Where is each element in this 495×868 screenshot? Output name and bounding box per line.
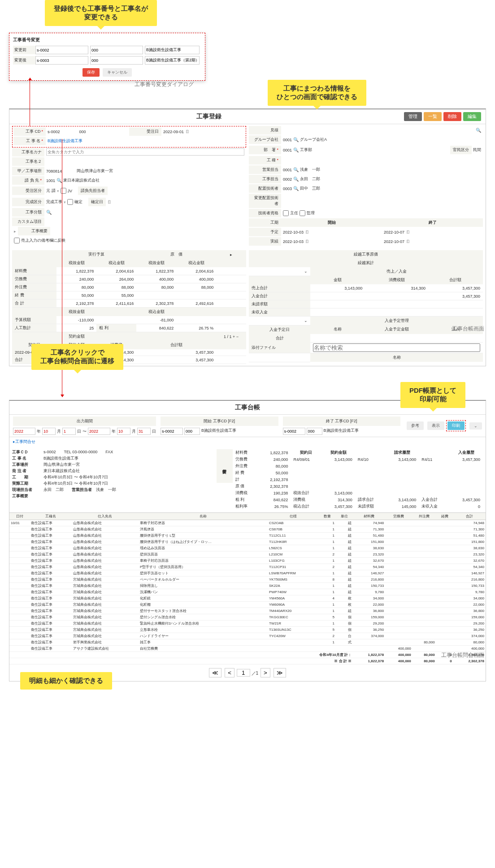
before-sub-input[interactable] xyxy=(90,46,143,54)
print-button[interactable]: 印刷 xyxy=(447,421,465,430)
startcd-input[interactable] xyxy=(161,428,183,435)
dialog-cancel-button[interactable]: キャンセル xyxy=(103,68,132,77)
after-name-input[interactable] xyxy=(145,56,200,65)
more-button[interactable]: ⌄ xyxy=(469,422,482,430)
place-value: 岡山県津山市東一宮 xyxy=(77,168,113,174)
cd-value: s-0002 xyxy=(48,130,60,134)
search-icon[interactable]: 🔍 xyxy=(293,167,299,172)
table-row: 10/31衛生設備工事山形商会株式会社車椅子対応便器CS2OAB1組74,948… xyxy=(9,520,486,526)
expand-icon[interactable]: ⌄ xyxy=(249,317,310,326)
period-label: 工期 xyxy=(249,218,281,227)
dialog-title: 工事番号変更 xyxy=(13,37,201,43)
after-label: 変更後 xyxy=(13,56,35,65)
search-icon[interactable]: 🔍 xyxy=(46,210,52,215)
table-row: 衛生設備工事山形商会株式会社壁掛洗面器L210CM2組23,32023,320 xyxy=(9,551,486,558)
d2-input[interactable] xyxy=(137,428,151,435)
fixed-checkbox[interactable] xyxy=(67,199,73,205)
dialog-save-button[interactable]: 保存 xyxy=(82,68,100,77)
place-label: 甲／工事場所 xyxy=(12,167,44,175)
table-row: 衛生設備工事岩手興業株式会社雑工事1式80,00080,000 xyxy=(9,639,486,646)
expand-icon[interactable]: ⌄ xyxy=(249,267,310,276)
search-icon[interactable]: 🔍 xyxy=(293,148,299,152)
table-row: 衛生設備工事宮城商会株式会社壁付サーモスタット混合水栓TM440ARX201組3… xyxy=(9,608,486,614)
plan-label: 予定 xyxy=(249,228,281,236)
m2-input[interactable] xyxy=(117,428,130,435)
y1-input[interactable] xyxy=(13,428,35,435)
next-button[interactable]: > xyxy=(261,668,270,677)
ref-button[interactable]: 参考 xyxy=(407,421,424,430)
detail-table: 日付工種名仕入先名名称仕様数量単位材料費労務費外注費経費合計 10/31衛生設備… xyxy=(9,512,486,664)
list-button[interactable]: 一覧 xyxy=(424,112,442,121)
endcd-input[interactable] xyxy=(283,428,305,435)
d1-input[interactable] xyxy=(62,428,76,435)
cd-label: 工事 CD* xyxy=(13,127,46,136)
remove-icon[interactable]: − xyxy=(236,334,239,339)
place-cd: 7080814 xyxy=(46,169,62,174)
first-button[interactable]: ≪ xyxy=(209,668,221,677)
client-label: 請 負 先* xyxy=(12,176,44,185)
table-row: 衛生設備工事宮城商会株式会社ハンドドライヤーTYC420W2台374,00037… xyxy=(9,633,486,639)
expand-icon[interactable]: ▸ xyxy=(216,250,246,259)
endsub-input[interactable] xyxy=(307,428,322,435)
add-icon[interactable]: + xyxy=(233,334,235,339)
edit-button[interactable]: 編集 xyxy=(463,112,481,121)
calendar-icon[interactable]: 🗓 xyxy=(406,230,410,234)
chgtech-label: 変更配置技術者 xyxy=(249,194,281,208)
chevron-down-icon[interactable]: ▾ xyxy=(64,200,66,204)
callout-detail: 明細も細かく確認できる xyxy=(20,672,112,690)
before-cd-input[interactable] xyxy=(35,46,88,54)
table-row: 衛生設備工事宮城商会株式会社洗濯機パンPWP740W1組9,7809,780 xyxy=(9,589,486,595)
name-link[interactable]: B施設衛生設備工事 xyxy=(48,138,82,144)
attach-search-input[interactable] xyxy=(313,343,480,352)
qual2-checkbox[interactable] xyxy=(300,210,305,216)
before-name-input[interactable] xyxy=(145,46,200,54)
after-sub-input[interactable] xyxy=(90,56,143,65)
comp-value: 完成工事 xyxy=(46,199,62,205)
last-button[interactable]: ≫ xyxy=(274,668,286,677)
search-icon[interactable]: 🔍 xyxy=(293,137,299,142)
table-row: 衛生設備工事山形商会株式会社P型手すり（壁掛洗面器用）T112CP312組54,… xyxy=(9,564,486,570)
register-panel: 工事登録 管理 一覧 削除 編集 工事 CD* s-0002000 受注日 20… xyxy=(9,108,486,366)
chevron-down-icon[interactable]: ▾ xyxy=(57,189,59,193)
sales-label: 営業担当 xyxy=(249,165,281,174)
calendar-icon[interactable]: 🗓 xyxy=(406,239,410,244)
panel1-title: 工事登録 xyxy=(14,113,404,121)
qual1-checkbox[interactable] xyxy=(283,210,289,216)
dept-label: 部 署* xyxy=(249,146,281,154)
calendar-icon[interactable]: 🗓 xyxy=(305,230,309,234)
summary-table: 実行予算 材料費1,822,378 契約日契約金額請求履歴入金履歴 労務費240… xyxy=(217,449,483,510)
table-row: 衛生設備工事山形商会株式会社腰掛便器用手すり L型T112CL111組51,48… xyxy=(9,533,486,539)
group-label: グループ会社 xyxy=(249,135,281,144)
table-row: 衛生設備工事宮城商会株式会社掃除用流しSK22A1組150,733150,733 xyxy=(9,583,486,589)
calendar-icon[interactable]: 🗓 xyxy=(107,200,112,204)
show-button[interactable]: 表示 xyxy=(427,421,444,430)
startsub-input[interactable] xyxy=(184,428,200,435)
cat-label: 工事分類 xyxy=(12,208,44,217)
inquiry-link[interactable]: ▸工事問合せ xyxy=(13,439,35,444)
arrow-dialog-to-cd xyxy=(30,80,30,126)
search-icon[interactable]: 🔍 xyxy=(293,186,299,191)
table-row: 衛生設備工事山形商会株式会社車椅子対応洗面器L103CFG1組32,67032,… xyxy=(9,558,486,564)
name2-label: 工事名２ xyxy=(12,157,44,166)
sales-reflect-checkbox[interactable] xyxy=(14,238,20,243)
delete-button[interactable]: 削除 xyxy=(443,112,461,121)
dialog-caption: 工事番号変更ダイアログ xyxy=(135,81,194,88)
after-cd-input[interactable] xyxy=(35,56,88,65)
panel2-caption: 工事台帳問合画面 xyxy=(441,651,484,659)
search-icon[interactable]: 🔍 xyxy=(293,177,299,182)
job-info-block: 工事ＣＤs-0002 TEL 03-0000-0000 FAX 工 事 名B施設… xyxy=(12,449,214,510)
m1-input[interactable] xyxy=(42,428,56,435)
search-icon[interactable]: 🔍 xyxy=(56,178,62,183)
y2-input[interactable] xyxy=(88,428,110,435)
search-icon[interactable]: 🔍 xyxy=(476,128,481,133)
manage-button[interactable]: 管理 xyxy=(404,112,422,121)
jv-checkbox[interactable] xyxy=(61,188,66,194)
prev-button[interactable]: < xyxy=(225,668,234,677)
calendar-icon[interactable]: 🗓 xyxy=(305,239,309,244)
expand-icon[interactable]: ▸ xyxy=(12,229,18,234)
tech-label: 配置技術者 xyxy=(249,184,281,193)
calendar-icon[interactable]: 🗓 xyxy=(185,129,190,134)
table-row: 衛生設備工事山形商会株式会社腰掛便器用手すり（はね上げタイプ・ロッ…T112HK… xyxy=(9,539,486,545)
page-input[interactable] xyxy=(237,669,250,677)
kana-input[interactable] xyxy=(46,148,244,156)
